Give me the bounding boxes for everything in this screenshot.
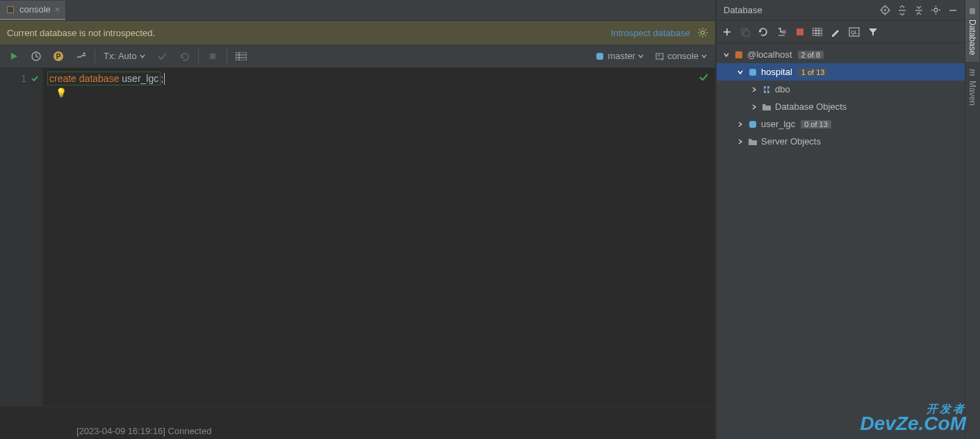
stop-button[interactable] xyxy=(796,28,804,36)
tab-label: console xyxy=(19,4,51,15)
rollback-button[interactable] xyxy=(176,48,193,65)
chevron-right-icon xyxy=(750,85,758,94)
chevron-down-icon xyxy=(722,51,730,59)
editor-gutter: 1 xyxy=(0,68,43,406)
chevron-down-icon xyxy=(736,68,744,76)
svg-point-32 xyxy=(934,8,938,12)
minimize-icon[interactable] xyxy=(948,6,958,15)
svg-point-2 xyxy=(701,31,705,35)
session-selector[interactable]: console xyxy=(652,49,710,63)
svg-text:P: P xyxy=(56,53,61,60)
table-view-button[interactable] xyxy=(812,28,822,36)
svg-rect-54 xyxy=(764,86,766,88)
svg-text:QL: QL xyxy=(851,30,857,35)
svg-rect-1 xyxy=(8,7,13,13)
editor-tabbar: console × xyxy=(0,0,715,21)
sql-toolbar: P Tx: Auto master console xyxy=(0,44,715,68)
run-gutter-icon[interactable] xyxy=(31,74,39,83)
banner-text: Current database is not introspected. xyxy=(7,28,611,38)
view-button[interactable] xyxy=(233,48,250,65)
explain-plan-button[interactable]: P xyxy=(50,48,67,65)
chevron-right-icon xyxy=(736,120,744,129)
svg-rect-41 xyxy=(744,31,749,36)
gear-icon[interactable] xyxy=(697,27,708,38)
target-icon[interactable] xyxy=(880,5,890,15)
introspect-banner: Current database is not introspected. In… xyxy=(0,21,715,44)
svg-rect-16 xyxy=(236,52,247,60)
bottom-separator xyxy=(0,406,715,422)
svg-rect-45 xyxy=(812,28,822,36)
panel-title: Database xyxy=(724,5,873,15)
refresh-button[interactable] xyxy=(758,27,768,37)
expand-icon[interactable] xyxy=(897,6,907,15)
folder-icon xyxy=(747,136,758,147)
sqlserver-icon xyxy=(733,49,744,60)
gear-icon[interactable] xyxy=(931,5,941,15)
schema-selector[interactable]: master xyxy=(592,49,646,63)
console-icon xyxy=(6,5,15,15)
railtab-database[interactable]: Database xyxy=(965,0,979,62)
tree-node-userlgc[interactable]: user_lgc 0 of 13 xyxy=(717,115,965,133)
tx-mode-dropdown[interactable]: Tx: Auto xyxy=(101,51,148,61)
lightbulb-icon[interactable]: 💡 xyxy=(56,88,67,98)
commit-button[interactable] xyxy=(154,48,170,65)
folder-icon xyxy=(761,101,772,113)
svg-rect-56 xyxy=(764,91,766,93)
add-button[interactable] xyxy=(722,27,732,37)
history-button[interactable] xyxy=(28,48,44,65)
schema-icon xyxy=(761,84,772,95)
filter-button[interactable] xyxy=(868,27,878,37)
inspection-icon[interactable] xyxy=(699,72,708,82)
railtab-maven[interactable]: m Maven xyxy=(965,62,979,113)
chevron-right-icon xyxy=(750,103,758,111)
diff-button[interactable] xyxy=(776,27,787,37)
database-icon xyxy=(747,119,758,130)
line-number: 1 xyxy=(21,73,26,84)
svg-point-42 xyxy=(783,31,785,33)
tree-node-server-objects[interactable]: Server Objects xyxy=(717,133,965,150)
svg-line-10 xyxy=(705,29,707,31)
introspect-link[interactable]: Introspect database xyxy=(611,28,690,38)
code-area[interactable]: create database user_lgc ; 💡 xyxy=(43,68,715,406)
output-log: [2023-04-09 16:19:16] Connected xyxy=(0,422,715,439)
tree-node-db-objects[interactable]: Database Objects xyxy=(717,98,965,115)
svg-rect-15 xyxy=(210,53,215,59)
close-icon[interactable]: × xyxy=(55,4,60,15)
right-rail: Database m Maven xyxy=(965,0,980,439)
tab-console[interactable]: console × xyxy=(0,1,65,20)
cancel-button[interactable] xyxy=(204,48,221,65)
svg-rect-55 xyxy=(767,86,769,88)
svg-rect-52 xyxy=(735,51,742,58)
database-icon xyxy=(747,67,758,78)
query-console-button[interactable]: QL xyxy=(849,27,860,37)
svg-rect-57 xyxy=(767,91,769,93)
tree-node-localhost[interactable]: @localhost 2 of 8 xyxy=(717,46,965,63)
svg-line-8 xyxy=(705,35,707,37)
svg-point-14 xyxy=(83,53,85,55)
copy-button[interactable] xyxy=(740,27,750,37)
edit-button[interactable] xyxy=(831,27,840,37)
sql-editor[interactable]: 1 create database user_lgc ; 💡 xyxy=(0,68,715,406)
svg-line-7 xyxy=(699,29,701,31)
collapse-icon[interactable] xyxy=(914,6,924,15)
tree-node-dbo[interactable]: dbo xyxy=(717,81,965,98)
db-tree: @localhost 2 of 8 hospital 1 of 13 dbo D… xyxy=(717,43,965,439)
settings-button[interactable] xyxy=(72,48,89,65)
svg-line-9 xyxy=(699,35,701,37)
db-panel-toolbar: QL xyxy=(717,21,965,43)
database-panel: Database QL @localhost 2 of 8 xyxy=(716,0,965,439)
svg-point-25 xyxy=(884,9,886,11)
chevron-right-icon xyxy=(736,138,744,146)
svg-rect-44 xyxy=(797,28,803,35)
svg-point-23 xyxy=(661,58,664,60)
tree-node-hospital[interactable]: hospital 1 of 13 xyxy=(717,63,965,81)
text-cursor xyxy=(164,73,165,85)
run-button[interactable] xyxy=(6,48,22,65)
